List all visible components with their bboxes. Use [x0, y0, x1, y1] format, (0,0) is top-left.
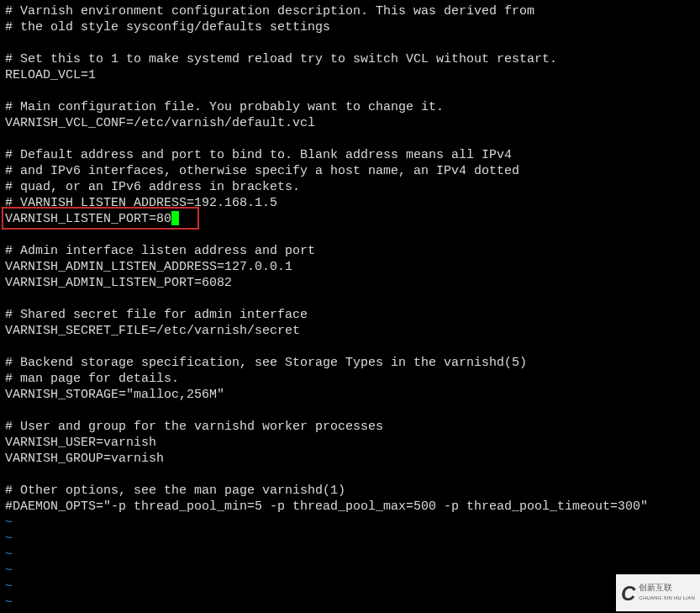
config-line	[5, 339, 695, 355]
config-line: VARNISH_USER=varnish	[5, 435, 695, 451]
empty-line-tilde: ~	[5, 515, 695, 531]
config-line: # Shared secret file for admin interface	[5, 307, 695, 323]
config-line: VARNISH_ADMIN_LISTEN_ADDRESS=127.0.0.1	[5, 259, 695, 275]
config-line: # Other options, see the man page varnis…	[5, 483, 695, 499]
config-line: # and IPv6 interfaces, otherwise specify…	[5, 163, 695, 179]
config-line: # Admin interface listen address and por…	[5, 243, 695, 259]
config-line: # the old style sysconfig/defaults setti…	[5, 19, 695, 35]
config-line: # Default address and port to bind to. B…	[5, 147, 695, 163]
config-line: # quad, or an IPv6 address in brackets.	[5, 179, 695, 195]
config-line: VARNISH_ADMIN_LISTEN_PORT=6082	[5, 275, 695, 291]
empty-line-tilde: ~	[5, 579, 695, 595]
config-line	[5, 403, 695, 419]
config-line: # man page for details.	[5, 371, 695, 387]
highlight-annotation-box	[2, 207, 199, 230]
watermark-line1: 创新互联	[639, 583, 672, 592]
config-line	[5, 35, 695, 51]
empty-line-tilde: ~	[5, 595, 695, 610]
config-line: # Set this to 1 to make systemd reload t…	[5, 51, 695, 67]
config-line: #DAEMON_OPTS="-p thread_pool_min=5 -p th…	[5, 499, 695, 515]
config-line: # Varnish environment configuration desc…	[5, 3, 695, 19]
config-line	[5, 131, 695, 147]
empty-line-tilde: ~	[5, 531, 695, 547]
empty-line-tilde: ~	[5, 563, 695, 579]
config-line: VARNISH_SECRET_FILE=/etc/varnish/secret	[5, 323, 695, 339]
watermark-logo: C 创新互联 CHUANG XIN HU LIAN	[616, 574, 700, 611]
config-line: # User and group for the varnishd worker…	[5, 419, 695, 435]
config-line	[5, 467, 695, 483]
config-line: # Main configuration file. You probably …	[5, 99, 695, 115]
empty-line-tilde: ~	[5, 547, 695, 563]
terminal-editor-viewport[interactable]: # Varnish environment configuration desc…	[0, 0, 700, 613]
config-line: RELOAD_VCL=1	[5, 67, 695, 83]
config-line: VARNISH_STORAGE="malloc,256M"	[5, 387, 695, 403]
config-line: # Backend storage specification, see Sto…	[5, 355, 695, 371]
config-line: VARNISH_VCL_CONF=/etc/varnish/default.vc…	[5, 115, 695, 131]
watermark-symbol: C	[621, 585, 635, 601]
watermark-text: 创新互联 CHUANG XIN HU LIAN	[639, 583, 695, 603]
config-line	[5, 83, 695, 99]
watermark-line2: CHUANG XIN HU LIAN	[639, 595, 695, 600]
config-line	[5, 291, 695, 307]
config-line: VARNISH_GROUP=varnish	[5, 451, 695, 467]
